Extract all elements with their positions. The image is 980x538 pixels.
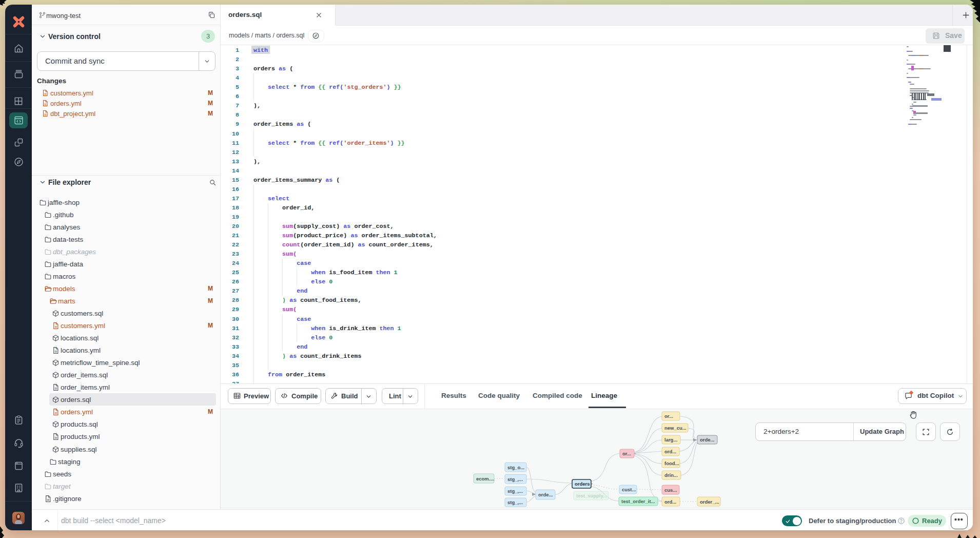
svg-text:stg_o...: stg_o...	[507, 465, 524, 470]
svg-text:order_...: order_...	[700, 499, 719, 505]
svg-text:cust...: cust...	[622, 487, 636, 492]
svg-text:orde...: orde...	[700, 437, 715, 443]
svg-text:new_cu...: new_cu...	[664, 425, 687, 431]
svg-text:test_order_it...: test_order_it...	[621, 498, 655, 504]
svg-text:or...: or...	[622, 451, 631, 456]
svg-text:stg_,...: stg_,...	[507, 476, 523, 482]
svg-text:larg...: larg...	[664, 437, 677, 443]
svg-text:orde...: orde...	[538, 492, 553, 497]
svg-text:or...: or...	[664, 413, 673, 419]
svg-text:ord...: ord...	[664, 499, 676, 505]
svg-text:orders: orders	[575, 481, 590, 487]
svg-text:test_supply...: test_supply...	[576, 493, 607, 498]
svg-text:ecom....: ecom....	[476, 476, 494, 482]
svg-text:stg_,...: stg_,...	[507, 488, 523, 494]
svg-text:drin...: drin...	[664, 472, 678, 478]
svg-text:ord...: ord...	[664, 449, 676, 454]
svg-text:food...: food...	[664, 460, 679, 466]
svg-text:cus...: cus...	[664, 487, 677, 493]
svg-text:stg_,...: stg_,...	[507, 499, 523, 505]
